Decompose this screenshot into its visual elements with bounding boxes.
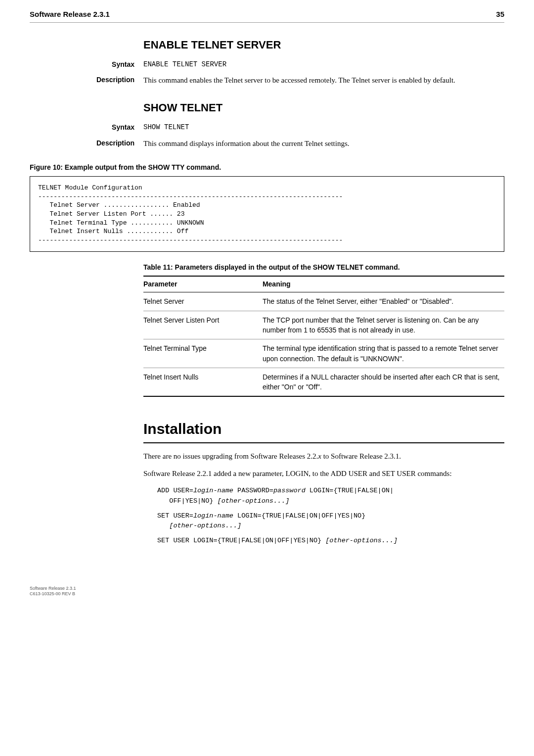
header-title: Software Release 2.3.1 (30, 9, 110, 19)
description-label: Description (30, 75, 143, 85)
syntax-label: Syntax (30, 60, 143, 70)
syntax-value-show: SHOW TELNET (143, 123, 504, 133)
page-number: 35 (496, 9, 504, 19)
param-name: Telnet Server Listen Port (143, 311, 263, 339)
description-text-show: This command displays information about … (143, 139, 504, 149)
param-meaning: The status of the Telnet Server, either … (263, 292, 504, 311)
table-row: Telnet Terminal Type The terminal type i… (143, 339, 504, 368)
table-row: Telnet Server The status of the Telnet S… (143, 292, 504, 311)
syntax-row-show: Syntax SHOW TELNET (30, 123, 504, 133)
install-para-2: Software Release 2.2.1 added a new param… (143, 469, 504, 479)
syntax-label: Syntax (30, 123, 143, 133)
footer-release: Software Release 2.3.1 (30, 586, 504, 591)
syntax-value-enable: ENABLE TELNET SERVER (143, 60, 504, 70)
section-heading-show-telnet: SHOW TELNET (143, 100, 504, 116)
cmd-ital: login-name (193, 512, 233, 520)
text-fragment: There are no issues upgrading from Softw… (143, 452, 318, 460)
description-row-enable: Description This command enables the Tel… (30, 75, 504, 86)
cmd-ital: login-name (193, 487, 233, 494)
footer-docid: C613-10325-00 REV B (30, 591, 504, 597)
table-row: Telnet Insert Nulls Determines if a NULL… (143, 368, 504, 396)
param-name: Telnet Insert Nulls (143, 368, 263, 396)
param-meaning: The TCP port number that the Telnet serv… (263, 311, 504, 339)
description-row-show: Description This command displays inform… (30, 139, 504, 149)
example-output: TELNET Module Configuration ------------… (30, 176, 504, 252)
section-heading-enable-telnet: ENABLE TELNET SERVER (143, 38, 504, 53)
cmd-text: PASSWORD= (233, 487, 273, 494)
cmd-ital: [other-options...] (325, 537, 398, 544)
figure-caption: Figure 10: Example output from the SHOW … (30, 163, 504, 173)
cmd-text: SET USER LOGIN={TRUE|FALSE|ON|OFF|YES|NO… (157, 537, 325, 544)
italic-x: x (318, 452, 321, 460)
cmd-ital: [other-options...] (218, 497, 290, 505)
table-header-parameter: Parameter (143, 276, 263, 292)
table-row: Telnet Server Listen Port The TCP port n… (143, 311, 504, 339)
installation-heading: Installation (143, 419, 504, 443)
page-footer: Software Release 2.3.1 C613-10325-00 REV… (30, 586, 504, 597)
command-set-user-login: SET USER LOGIN={TRUE|FALSE|ON|OFF|YES|NO… (157, 536, 504, 546)
parameters-table: Parameter Meaning Telnet Server The stat… (143, 276, 504, 397)
command-set-user: SET USER=login-name LOGIN={TRUE|FALSE|ON… (157, 511, 504, 531)
param-name: Telnet Terminal Type (143, 339, 263, 368)
param-meaning: Determines if a NULL character should be… (263, 368, 504, 396)
text-fragment: to Software Release 2.3.1. (321, 452, 401, 460)
command-add-user: ADD USER=login-name PASSWORD=password LO… (157, 486, 504, 506)
page-header: Software Release 2.3.1 35 (30, 0, 504, 23)
table-caption: Table 11: Parameters displayed in the ou… (143, 263, 504, 273)
description-text-enable: This command enables the Telnet server t… (143, 75, 504, 86)
cmd-text: SET USER= (157, 512, 193, 520)
cmd-ital: [other-options...] (169, 522, 241, 529)
param-meaning: The terminal type identification string … (263, 339, 504, 368)
syntax-row-enable: Syntax ENABLE TELNET SERVER (30, 60, 504, 70)
table-header-meaning: Meaning (263, 276, 504, 292)
cmd-ital: password (273, 487, 306, 494)
install-para-1: There are no issues upgrading from Softw… (143, 451, 504, 462)
cmd-text: ADD USER= (157, 487, 193, 494)
description-label: Description (30, 139, 143, 148)
param-name: Telnet Server (143, 292, 263, 311)
